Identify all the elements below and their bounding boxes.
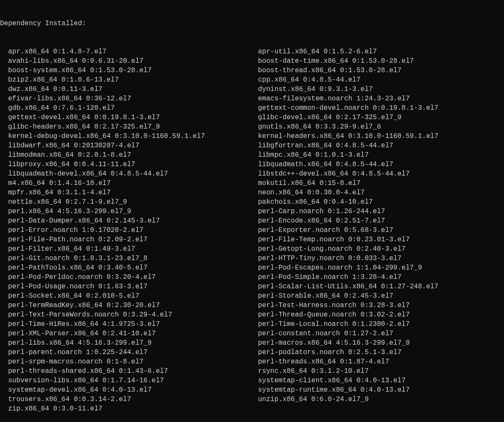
package-entry: perl-Data-Dumper.x86_64 0:2.145-3.el7 <box>8 216 258 226</box>
dependency-header: Dependency Installed: <box>0 19 504 28</box>
package-entry: gettext-common-devel.noarch 0:0.19.8.1-3… <box>258 103 438 113</box>
package-entry: subversion-libs.x86_64 0:1.7.14-16.el7 <box>8 376 258 385</box>
package-entry: libgfortran.x86_64 0:4.8.5-44.el7 <box>258 141 438 150</box>
package-entry: perl-Socket.x86_64 0:2.010-5.el7 <box>8 291 258 301</box>
package-entry: perl-Thread-Queue.noarch 0:3.02-2.el7 <box>258 310 438 319</box>
package-entry: perl-Pod-Usage.noarch 0:1.63-3.el7 <box>8 282 258 291</box>
package-entry: perl-Pod-Simple.noarch 1:3.28-4.el7 <box>258 273 438 282</box>
package-entry: mpfr.x86_64 0:3.1.1-4.el7 <box>8 188 258 197</box>
package-entry: perl-threads.x86_64 0:1.87-4.el7 <box>258 357 438 366</box>
package-entry: boost-date-time.x86_64 0:1.53.0-28.el7 <box>258 56 438 66</box>
package-entry: unzip.x86_64 0:6.0-24.el7_9 <box>258 395 438 404</box>
package-entry: nettle.x86_64 0:2.7.1-9.el7_9 <box>8 197 258 207</box>
package-entry: kernel-debug-devel.x86_64 0:3.10.0-1160.… <box>8 132 258 141</box>
package-entry: perl-Encode.x86_64 0:2.51-7.el7 <box>258 216 438 226</box>
package-entry: perl.x86_64 4:5.16.3-299.el7_9 <box>8 207 258 216</box>
package-entry: perl-HTTP-Tiny.noarch 0:0.033-3.el7 <box>258 254 438 263</box>
package-entry: perl-constant.noarch 0:1.27-2.el7 <box>258 329 438 338</box>
package-entry: cpp.x86_64 0:4.8.5-44.el7 <box>258 75 438 85</box>
package-entry: libmodman.x86_64 0:2.0.1-8.el7 <box>8 150 258 160</box>
package-entry: perl-Time-Local.noarch 0:1.2300-2.el7 <box>258 319 438 329</box>
package-entry: libmpc.x86_64 0:1.0.1-3.el7 <box>258 150 438 160</box>
package-entry: apr.x86_64 0:1.4.8-7.el7 <box>8 47 258 56</box>
package-entry: m4.x86_64 0:1.4.16-10.el7 <box>8 179 258 188</box>
package-entry: perl-Filter.x86_64 0:1.49-3.el7 <box>8 244 258 254</box>
package-entry: perl-File-Temp.noarch 0:0.23.01-3.el7 <box>258 235 438 244</box>
package-entry: perl-Error.noarch 1:0.17020-2.el7 <box>8 226 258 235</box>
package-entry: perl-Test-Harness.noarch 0:3.28-3.el7 <box>258 301 438 310</box>
package-entry: perl-Text-ParseWords.noarch 0:3.29-4.el7 <box>8 310 258 319</box>
package-entry: perl-Pod-Escapes.noarch 1:1.04-299.el7_9 <box>258 263 438 273</box>
package-entry: trousers.x86_64 0:0.3.14-2.el7 <box>8 395 258 404</box>
package-entry: mokutil.x86_64 0:15-8.el7 <box>258 179 438 188</box>
package-entry: perl-podlators.noarch 0:2.5.1-3.el7 <box>258 348 438 357</box>
package-entry: gettext-devel.x86_64 0:0.19.8.1-3.el7 <box>8 113 258 122</box>
package-entry: perl-libs.x86_64 4:5.16.3-299.el7_9 <box>8 338 258 348</box>
terminal-output[interactable]: Dependency Installed: apr.x86_64 0:1.4.8… <box>0 0 504 422</box>
package-entry: gnutls.x86_64 0:3.3.29-9.el7_6 <box>258 122 438 132</box>
package-entry: systemtap-runtime.x86_64 0:4.0-13.el7 <box>258 385 438 395</box>
package-entry: libquadmath.x86_64 0:4.8.5-44.el7 <box>258 160 438 169</box>
package-entry: libdwarf.x86_64 0:20130207-4.el7 <box>8 141 258 150</box>
package-entry: perl-macros.x86_64 4:5.16.3-299.el7_9 <box>258 338 438 348</box>
package-entry: rsync.x86_64 0:3.1.2-10.el7 <box>258 366 438 376</box>
package-column-right: apr-util.x86_64 0:1.5.2-6.el7boost-date-… <box>258 47 438 413</box>
package-column-left: apr.x86_64 0:1.4.8-7.el7avahi-libs.x86_6… <box>0 47 258 413</box>
package-entry: boost-thread.x86_64 0:1.53.0-28.el7 <box>258 66 438 75</box>
package-entry: perl-Git.noarch 0:1.8.3.1-23.el7_8 <box>8 254 258 263</box>
package-entry: neon.x86_64 0:0.30.0-4.el7 <box>258 188 438 197</box>
package-entry: systemtap-client.x86_64 0:4.0-13.el7 <box>258 376 438 385</box>
package-entry: libstdc++-devel.x86_64 0:4.8.5-44.el7 <box>258 169 438 179</box>
package-entry: systemtap-devel.x86_64 0:4.0-13.el7 <box>8 385 258 395</box>
package-entry: libproxy.x86_64 0:0.4.11-11.el7 <box>8 160 258 169</box>
package-entry: perl-File-Path.noarch 0:2.09-2.el7 <box>8 235 258 244</box>
package-entry: libquadmath-devel.x86_64 0:4.8.5-44.el7 <box>8 169 258 179</box>
package-entry: apr-util.x86_64 0:1.5.2-6.el7 <box>258 47 438 56</box>
package-entry: zip.x86_64 0:3.0-11.el7 <box>8 404 258 413</box>
package-entry: perl-Pod-Perldoc.noarch 0:3.20-4.el7 <box>8 273 258 282</box>
package-entry: perl-XML-Parser.x86_64 0:2.41-10.el7 <box>8 329 258 338</box>
package-entry: perl-Carp.noarch 0:1.26-244.el7 <box>258 207 438 216</box>
package-entry: emacs-filesystem.noarch 1:24.3-23.el7 <box>258 94 438 103</box>
package-entry: dyninst.x86_64 0:9.3.1-3.el7 <box>258 85 438 94</box>
package-columns: apr.x86_64 0:1.4.8-7.el7avahi-libs.x86_6… <box>0 47 504 413</box>
package-entry: dwz.x86_64 0:0.11-3.el7 <box>8 85 258 94</box>
package-entry: glibc-devel.x86_64 0:2.17-325.el7_9 <box>258 113 438 122</box>
package-entry: bzip2.x86_64 0:1.0.6-13.el7 <box>8 75 258 85</box>
package-entry: efivar-libs.x86_64 0:36-12.el7 <box>8 94 258 103</box>
package-entry: perl-Scalar-List-Utils.x86_64 0:1.27-248… <box>258 282 438 291</box>
package-entry: perl-Time-HiRes.x86_64 4:1.9725-3.el7 <box>8 319 258 329</box>
package-entry: perl-TermReadKey.x86_64 0:2.30-20.el7 <box>8 301 258 310</box>
package-entry: pakchois.x86_64 0:0.4-10.el7 <box>258 197 438 207</box>
package-entry: perl-Storable.x86_64 0:2.45-3.el7 <box>258 291 438 301</box>
package-entry: perl-parent.noarch 1:0.225-244.el7 <box>8 348 258 357</box>
package-entry: perl-srpm-macros.noarch 0:1-8.el7 <box>8 357 258 366</box>
package-entry: perl-threads-shared.x86_64 0:1.43-6.el7 <box>8 366 258 376</box>
package-entry: boost-system.x86_64 0:1.53.0-28.el7 <box>8 66 258 75</box>
package-entry: perl-Getopt-Long.noarch 0:2.40-3.el7 <box>258 244 438 254</box>
package-entry: perl-PathTools.x86_64 0:3.40-5.el7 <box>8 263 258 273</box>
package-entry: avahi-libs.x86_64 0:0.6.31-20.el7 <box>8 56 258 66</box>
package-entry: glibc-headers.x86_64 0:2.17-325.el7_9 <box>8 122 258 132</box>
package-entry: perl-Exporter.noarch 0:5.68-3.el7 <box>258 226 438 235</box>
package-entry: kernel-headers.x86_64 0:3.10.0-1160.59.1… <box>258 132 438 141</box>
package-entry: gdb.x86_64 0:7.6.1-120.el7 <box>8 103 258 113</box>
